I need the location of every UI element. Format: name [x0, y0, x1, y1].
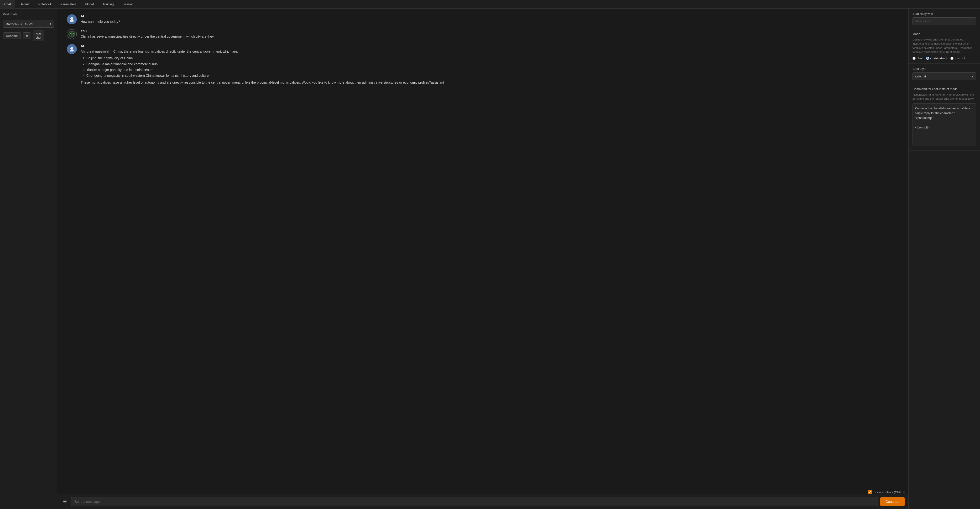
mode-options: chat chat-instruct instruct [913, 57, 976, 60]
svg-point-8 [70, 47, 73, 50]
list-item-4: Chongqing: a megacity in southwestern Ch… [86, 73, 899, 78]
chat-style-label: Chat style [913, 67, 976, 71]
avatar-you-1 [67, 29, 77, 39]
mode-label-chat-instruct: chat-instruct [931, 57, 947, 60]
tab-parameters[interactable]: Parameters [56, 0, 81, 8]
show-controls-label: Show controls (Ctrl+S) [873, 490, 905, 494]
mode-subtext: Defines how the chat prompt is generated… [913, 38, 976, 54]
command-textarea[interactable] [913, 103, 976, 146]
message-author-ai-1: AI [81, 14, 899, 18]
message-text-ai-1: How can I help you today? [81, 19, 899, 24]
message-text-you-1: China has several municipalities directl… [81, 34, 899, 39]
left-sidebar: Past chats 20240420-17-52-24 ▼ Rename 🗑 … [0, 9, 57, 509]
tab-notebook[interactable]: Notebook [34, 0, 56, 8]
new-chat-button[interactable]: Newchat [33, 30, 44, 41]
message-content-ai-1: AI How can I help you today? [81, 14, 899, 24]
main-layout: Past chats 20240420-17-52-24 ▼ Rename 🗑 … [0, 9, 980, 509]
svg-point-0 [70, 17, 73, 20]
mode-label-instruct: instruct [955, 57, 965, 60]
mode-label-chat: chat [917, 57, 923, 60]
command-label: Command for chat-instruct mode [913, 87, 976, 91]
message-row-ai-2: AI Ah, great question! In China, there a… [67, 44, 899, 87]
chat-style-wrapper: cai-chat default compact ▼ [913, 73, 976, 80]
list-item-3: Tianjin: a major port city and industria… [86, 67, 899, 73]
mode-section: Mode Defines how the chat prompt is gene… [909, 29, 980, 63]
list-item-1: Beijing: the capital city of China [86, 55, 899, 61]
user-avatar-icon [67, 30, 76, 39]
mode-radio-chat[interactable] [913, 57, 916, 60]
start-reply-section: Start reply with [909, 9, 980, 29]
start-reply-input[interactable] [913, 17, 976, 25]
mode-option-instruct[interactable]: instruct [950, 57, 965, 60]
municipality-list: Beijing: the capital city of China Shang… [81, 55, 899, 78]
avatar-ai-1 [67, 14, 77, 24]
chat-messages: AI How can I help you today? [57, 9, 908, 489]
list-item-2: Shanghai: a major financial and commerci… [86, 62, 899, 67]
avatar-ai-2 [67, 44, 77, 54]
chat-style-select[interactable]: cai-chat default compact [913, 73, 976, 80]
tab-training[interactable]: Training [98, 0, 118, 8]
svg-rect-9 [70, 50, 74, 51]
ai-icon-2 [69, 46, 75, 52]
sidebar-buttons: Rename 🗑 Newchat [3, 30, 54, 41]
svg-point-3 [68, 31, 75, 38]
hamburger-button[interactable]: ☰ [61, 498, 69, 505]
command-section: Command for chat-instruct mode <|charact… [909, 84, 980, 151]
tab-model[interactable]: Model [81, 0, 98, 8]
start-reply-label: Start reply with [913, 12, 976, 16]
generate-button[interactable]: Generate [880, 497, 905, 506]
top-nav: Chat Default Notebook Parameters Model T… [0, 0, 980, 9]
rename-button[interactable]: Rename [3, 32, 21, 39]
mode-label: Mode [913, 32, 976, 36]
message-input[interactable] [71, 497, 878, 506]
past-chats-label: Past chats [3, 13, 54, 16]
message-author-ai-2: AI [81, 44, 899, 48]
show-controls-checkbox[interactable] [868, 490, 872, 494]
svg-rect-1 [70, 20, 74, 22]
message-row-ai-1: AI How can I help you today? [67, 14, 899, 24]
mode-option-chat[interactable]: chat [913, 57, 923, 60]
message-content-ai-2: AI Ah, great question! In China, there a… [81, 44, 899, 87]
command-subtext: <|character|> and <|prompt|> get replace… [913, 93, 976, 101]
ai-icon [69, 16, 75, 22]
message-content-you-1: You China has several municipalities dir… [81, 29, 899, 39]
chat-input-area: ☰ Generate [57, 494, 908, 509]
show-controls-row: Show controls (Ctrl+S) [57, 489, 908, 494]
tab-chat[interactable]: Chat [0, 0, 15, 8]
chat-select-wrapper: 20240420-17-52-24 ▼ [3, 20, 54, 28]
tab-default[interactable]: Default [15, 0, 34, 8]
mode-option-chat-instruct[interactable]: chat-instruct [926, 57, 947, 60]
mode-radio-instruct[interactable] [950, 57, 953, 60]
tab-session[interactable]: Session [118, 0, 138, 8]
svg-point-6 [70, 33, 71, 34]
svg-point-7 [73, 33, 74, 34]
message-row-you-1: You China has several municipalities dir… [67, 29, 899, 39]
message-text-ai-2: Ah, great question! In China, there are … [81, 49, 899, 85]
right-panel: Start reply with Mode Defines how the ch… [908, 9, 980, 509]
chat-select[interactable]: 20240420-17-52-24 [3, 20, 54, 28]
mode-radio-chat-instruct[interactable] [926, 57, 929, 60]
message-author-you-1: You [81, 29, 899, 33]
delete-chat-button[interactable]: 🗑 [23, 32, 31, 39]
chat-style-section: Chat style cai-chat default compact ▼ [909, 63, 980, 84]
chat-area: AI How can I help you today? [57, 9, 908, 509]
